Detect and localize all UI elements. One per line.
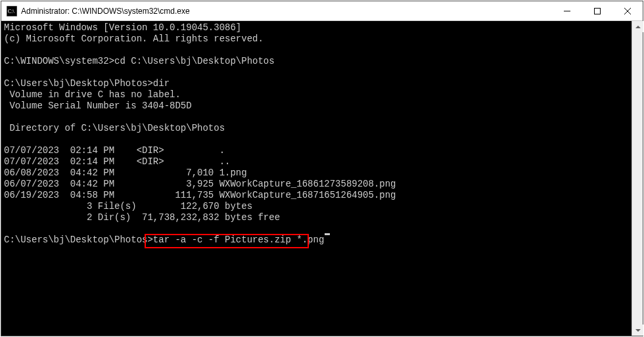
command-text: tar -a -c -f Pictures.zip *.png [153,235,324,246]
output-line: Volume in drive C has no label. [4,89,629,101]
output-line: 2 Dir(s) 71,738,232,832 bytes free [4,212,629,223]
maximize-button[interactable] [582,1,612,21]
output-line: 06/19/2023 04:58 PM 111,735 WXWorkCaptur… [4,190,629,201]
window-controls [552,1,643,20]
cmd-window: C:\ Administrator: C:\WINDOWS\system32\c… [1,1,643,336]
output-line: 06/08/2023 04:42 PM 7,010 1.png [4,168,629,179]
output-line: 07/07/2023 02:14 PM <DIR> .. [4,156,629,168]
svg-marker-6 [635,26,641,28]
output-line: (c) Microsoft Corporation. All rights re… [4,34,629,45]
prompt-line: C:\Users\bj\Desktop\Photos>dir [4,78,629,89]
minimize-button[interactable] [552,1,582,21]
prompt: C:\Users\bj\Desktop\Photos> [4,78,153,89]
command-text: dir [153,78,170,89]
scroll-up-arrow[interactable] [632,21,643,32]
output-line [4,67,629,78]
cmd-icon: C:\ [7,6,17,16]
svg-text:C:\: C:\ [8,9,15,14]
output-line: Directory of C:\Users\bj\Desktop\Photos [4,123,629,134]
output-line: Microsoft Windows [Version 10.0.19045.30… [4,22,629,34]
window-title: Administrator: C:\WINDOWS\system32\cmd.e… [21,7,552,16]
prompt: C:\WINDOWS\system32> [4,56,114,67]
output-line: 3 File(s) 122,670 bytes [4,201,629,212]
output-line [4,45,629,56]
svg-rect-3 [595,9,601,14]
output-line [4,112,629,123]
prompt-line: C:\WINDOWS\system32>cd C:\Users\bj\Deskt… [4,56,629,67]
terminal-content[interactable]: Microsoft Windows [Version 10.0.19045.30… [1,21,632,336]
output-line [4,223,629,235]
vertical-scrollbar[interactable] [632,21,643,336]
output-line: 06/07/2023 04:42 PM 3,925 WXWorkCapture_… [4,179,629,190]
output-line: Volume Serial Number is 3404-8D5D [4,101,629,112]
titlebar[interactable]: C:\ Administrator: C:\WINDOWS\system32\c… [1,1,643,21]
terminal-body: Microsoft Windows [Version 10.0.19045.30… [1,21,643,336]
scroll-down-arrow[interactable] [632,325,643,336]
svg-marker-7 [635,329,641,332]
command-text: cd C:\Users\bj\Desktop\Photos [114,56,275,67]
output-line: 07/07/2023 02:14 PM <DIR> . [4,145,629,156]
prompt: C:\Users\bj\Desktop\Photos> [4,235,153,246]
output-line [4,134,629,145]
prompt-line: C:\Users\bj\Desktop\Photos>tar -a -c -f … [4,235,629,246]
cursor [325,233,330,235]
close-button[interactable] [612,1,643,21]
